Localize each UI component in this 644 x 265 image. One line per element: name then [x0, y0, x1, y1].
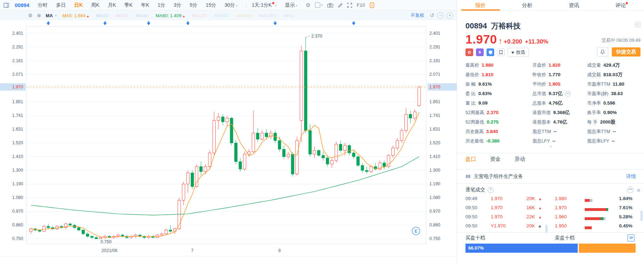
- buy-ratio-pct: 66.07%: [468, 245, 484, 251]
- queue-percent: 1.84%: [608, 196, 632, 201]
- settings-gear-icon[interactable]: ⚙: [306, 2, 310, 8]
- period-tab[interactable]: 15分: [206, 2, 216, 8]
- quote-row: 委 比0.63%总市值9.37亿•••市盈率(静)38.63: [457, 89, 644, 98]
- layout-panel-icon[interactable]: [4, 3, 9, 8]
- level2-quote-badge-icon[interactable]: [476, 48, 484, 56]
- quote-label: 总市值: [532, 91, 546, 97]
- queue-price: 1.960: [555, 214, 567, 219]
- period-tab[interactable]: 月K: [108, 2, 116, 8]
- period-tab[interactable]: 多日: [56, 2, 66, 8]
- svg-text:8: 8: [278, 248, 281, 253]
- zoom-in-icon[interactable]: +: [447, 12, 453, 19]
- scrollbar-thumb[interactable]: [545, 225, 548, 233]
- composite-period-selector[interactable]: 1天:1分K▾: [252, 2, 277, 8]
- ma-value[interactable]: MA5: 1.664▲: [62, 13, 89, 18]
- buy-sell-ratio-bar[interactable]: 66.07%: [465, 244, 636, 253]
- indicator-name[interactable]: MA: [46, 13, 53, 18]
- tick-neutral-icon: ◆: [538, 224, 541, 228]
- queue-percent: 5.28%: [608, 214, 632, 219]
- divider: [457, 169, 644, 170]
- tick-trade-row[interactable]: 09:50Y1.97020K◆1.9500.45%: [457, 223, 644, 232]
- quote-cell: 市盈率TTM11.80: [587, 79, 624, 89]
- scrollbar-thumb[interactable]: [640, 211, 643, 221]
- bookmark-icon[interactable]: [497, 48, 505, 56]
- tick-trade-row[interactable]: 09:501.97016K▲1.9707.61%: [457, 205, 644, 214]
- sidebar-toggle-icon[interactable]: [370, 2, 374, 8]
- ma-value[interactable]: MA20:: [116, 13, 129, 18]
- screenshot-camera-icon[interactable]: [327, 3, 333, 8]
- list-view-icon[interactable]: ≡: [637, 187, 640, 193]
- svg-text:0.970: 0.970: [429, 209, 440, 214]
- ma-value[interactable]: MA1000:: [259, 13, 277, 18]
- svg-text:2.181: 2.181: [12, 58, 23, 63]
- zoom-out-icon[interactable]: −: [437, 12, 444, 19]
- period-tab[interactable]: 30分▾: [224, 2, 237, 8]
- symbol-code[interactable]: 00894: [15, 2, 29, 8]
- panel-tab-资讯[interactable]: 资讯: [551, 0, 597, 11]
- collapse-chevron-icon[interactable]: ⌃: [457, 145, 644, 152]
- quote-cell: 股息率TTM--: [587, 127, 616, 136]
- ma-value[interactable]: MA10:: [96, 13, 109, 18]
- quote-value: 818.03万: [603, 72, 623, 78]
- quick-trade-button[interactable]: 快捷交易: [612, 47, 640, 57]
- indicator-settings-gear-icon[interactable]: ⚙: [28, 13, 33, 18]
- tick-price: 1.970: [491, 196, 503, 201]
- quote-value: 1.820: [549, 62, 561, 68]
- display-menu[interactable]: 显示▾: [285, 2, 297, 8]
- fullscreen-expand-icon[interactable]: [347, 3, 352, 8]
- details-link[interactable]: 详情: [626, 173, 636, 180]
- ma-value[interactable]: MA250:: [214, 13, 230, 18]
- sub-tab-资金[interactable]: 资金: [490, 156, 501, 163]
- ma-value[interactable]: MA500:: [237, 13, 253, 18]
- f10-button[interactable]: F10: [357, 2, 365, 8]
- divider: [457, 232, 644, 233]
- quote-cell: 52周最低0.275: [465, 117, 498, 127]
- panel-tab-报价[interactable]: 报价: [457, 0, 504, 11]
- tick-trade-row[interactable]: 09:491.97020K▲1.9801.84%: [457, 196, 644, 205]
- period-tab[interactable]: 5分: [190, 2, 197, 8]
- ma-value[interactable]: MA60: 1.409▲: [156, 13, 186, 18]
- adjust-mode-selector[interactable]: 不复权: [410, 12, 424, 19]
- quote-detail-popout-icon[interactable]: [635, 22, 640, 29]
- quote-cell: 港股市值9.368亿: [532, 108, 570, 117]
- more-info-icon[interactable]: •••: [565, 91, 571, 97]
- ten-level-toggle-icon[interactable]: 10: [628, 234, 635, 241]
- buy-ratio-segment: 66.07%: [465, 244, 578, 253]
- quote-label: 最低价: [465, 72, 479, 78]
- business-summary-row[interactable]: 主营电子组件生产业务 详情: [457, 170, 644, 183]
- tick-trade-row[interactable]: 09:501.97022K▲1.9605.28%: [457, 214, 644, 223]
- tick-up-icon: ▲: [538, 197, 542, 201]
- ma-value[interactable]: MA1:: [284, 13, 295, 18]
- ma-value[interactable]: MA120:: [192, 13, 208, 18]
- period-tab[interactable]: 周K: [91, 2, 99, 8]
- feature-shield-badge-icon[interactable]: [487, 48, 494, 56]
- ma-value[interactable]: MA30:: [136, 13, 149, 18]
- period-tab[interactable]: 1分: [157, 2, 165, 8]
- drawing-checkbox[interactable]: ▾: [315, 2, 323, 8]
- draw-pencil-icon[interactable]: [338, 3, 343, 8]
- sub-tab-异动[interactable]: 异动: [515, 156, 525, 163]
- quote-value: 9.61%: [478, 81, 492, 87]
- price-alert-bell-icon[interactable]: [597, 47, 608, 57]
- indicator-close-icon[interactable]: ⊗: [37, 13, 41, 18]
- reset-zoom-icon[interactable]: ↺: [430, 12, 434, 19]
- period-tab[interactable]: 分时: [38, 2, 48, 8]
- sub-tab-盘口[interactable]: 盘口: [465, 156, 476, 163]
- queue-volume-bar: [585, 226, 592, 229]
- panel-tab-分析[interactable]: 分析: [504, 0, 550, 11]
- period-tab[interactable]: 季K: [125, 2, 133, 8]
- chevron-down-icon: ▾: [296, 4, 297, 7]
- period-tab[interactable]: 日K: [74, 2, 83, 8]
- tick-price: 1.970: [491, 214, 503, 219]
- svg-text:1.741: 1.741: [12, 113, 23, 118]
- add-watchlist-button[interactable]: ♥ 自选: [508, 48, 529, 57]
- quote-value: 2.370: [487, 110, 498, 115]
- help-icon[interactable]: ?: [488, 187, 494, 193]
- period-tab[interactable]: 3分: [174, 2, 181, 8]
- svg-text:0.860: 0.860: [429, 223, 440, 227]
- svg-text:2.071: 2.071: [429, 72, 440, 77]
- panel-tab-评论[interactable]: 评论: [597, 0, 644, 11]
- more-options-icon[interactable]: •••: [627, 187, 633, 193]
- candlestick-chart[interactable]: 2.4012.4012.2912.2912.1812.1812.0712.071…: [0, 20, 457, 265]
- period-tab[interactable]: 年K: [141, 2, 149, 8]
